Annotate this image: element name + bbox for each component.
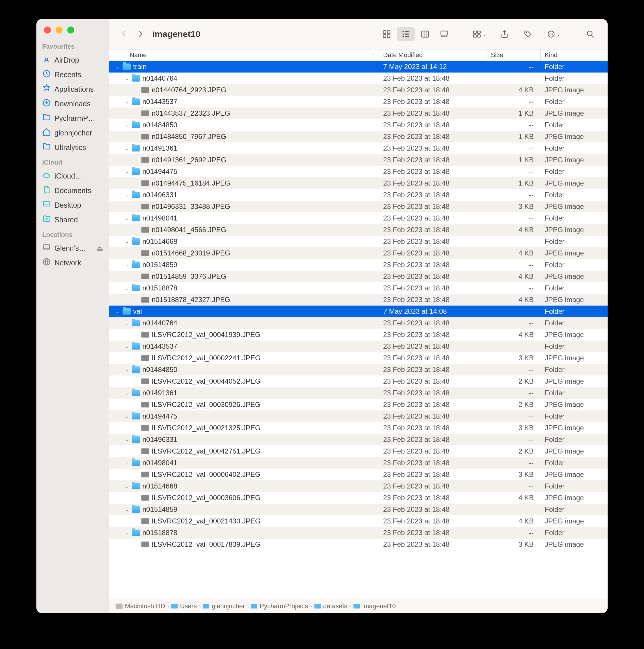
sidebar-item-recents[interactable]: Recents	[36, 67, 109, 82]
disclosure-icon[interactable]: ⌄	[124, 507, 130, 512]
file-row[interactable]: n01514859_3376.JPEG23 Feb 2023 at 18:484…	[109, 271, 608, 282]
share-button[interactable]	[496, 27, 514, 41]
file-row[interactable]: n01518878_42327.JPEG23 Feb 2023 at 18:48…	[109, 294, 608, 306]
file-row[interactable]: ⌄n0149804123 Feb 2023 at 18:48--Folder	[109, 457, 608, 469]
file-row[interactable]: n01491361_2692.JPEG23 Feb 2023 at 18:481…	[109, 154, 608, 166]
view-gallery-button[interactable]	[435, 27, 453, 41]
disclosure-icon[interactable]: ⌄	[124, 437, 130, 442]
file-row[interactable]: ⌄n0149804123 Feb 2023 at 18:48--Folder	[109, 212, 608, 224]
disclosure-icon[interactable]: ⌄	[124, 530, 130, 536]
disclosure-icon[interactable]: ⌄	[124, 76, 130, 81]
sidebar-item-network[interactable]: Network	[36, 255, 109, 270]
path-crumb[interactable]: imagenet10	[354, 602, 396, 610]
column-kind[interactable]: Kind	[541, 49, 608, 60]
sidebar-item-glennjocher[interactable]: glennjocher	[36, 126, 109, 140]
disclosure-icon[interactable]: ⌄	[124, 367, 130, 373]
actions-button[interactable]: ⌄	[542, 27, 564, 41]
path-crumb[interactable]: datasets	[314, 602, 347, 610]
file-row[interactable]: ⌄n0144076423 Feb 2023 at 18:48--Folder	[109, 317, 608, 329]
path-crumb[interactable]: Macintosh HD	[116, 602, 165, 610]
sidebar-item-airdrop[interactable]: AirDrop	[36, 53, 109, 67]
view-columns-button[interactable]	[416, 27, 434, 41]
sidebar-item-desktop[interactable]: Desktop	[36, 198, 109, 212]
file-row[interactable]: ⌄n0149447523 Feb 2023 at 18:48--Folder	[109, 410, 608, 422]
file-row[interactable]: ILSVRC2012_val_00021430.JPEG23 Feb 2023 …	[109, 515, 608, 527]
file-row[interactable]: ⌄n0151485923 Feb 2023 at 18:48--Folder	[109, 504, 608, 515]
disclosure-icon[interactable]: ⌄	[124, 414, 130, 419]
file-row[interactable]: ⌄val7 May 2023 at 14:08--Folder	[109, 306, 608, 317]
sidebar-item-applications[interactable]: Applications	[36, 82, 109, 96]
file-list[interactable]: ⌄train7 May 2023 at 14:12--Folder⌄n01440…	[109, 61, 608, 599]
disclosure-icon[interactable]: ⌄	[124, 216, 130, 221]
path-crumb[interactable]: PycharmProjects	[251, 602, 308, 610]
disclosure-icon[interactable]: ⌄	[124, 344, 130, 349]
file-row[interactable]: ILSVRC2012_val_00041939.JPEG23 Feb 2023 …	[109, 329, 608, 341]
path-crumb[interactable]: glennjocher	[203, 602, 245, 610]
file-row[interactable]: ⌄n0149136123 Feb 2023 at 18:48--Folder	[109, 142, 608, 154]
disclosure-icon[interactable]: ⌄	[124, 122, 130, 128]
sidebar-item-downloads[interactable]: Downloads	[36, 96, 109, 111]
file-row[interactable]: ⌄n0149633123 Feb 2023 at 18:48--Folder	[109, 434, 608, 445]
sidebar-item-documents[interactable]: Documents	[36, 183, 109, 198]
group-button[interactable]: ⌄	[468, 27, 490, 41]
file-row[interactable]: ⌄n0148485023 Feb 2023 at 18:48--Folder	[109, 364, 608, 376]
column-size[interactable]: Size	[487, 49, 541, 60]
tags-button[interactable]	[519, 27, 537, 41]
file-row[interactable]: ILSVRC2012_val_00003606.JPEG23 Feb 2023 …	[109, 492, 608, 504]
file-row[interactable]: ⌄n0144353723 Feb 2023 at 18:48--Folder	[109, 96, 608, 107]
file-row[interactable]: ⌄n0151466823 Feb 2023 at 18:48--Folder	[109, 236, 608, 247]
disclosure-icon[interactable]: ⌄	[124, 483, 130, 489]
file-row[interactable]: ILSVRC2012_val_00030926.JPEG23 Feb 2023 …	[109, 399, 608, 410]
file-row[interactable]: n01514668_23019.JPEG23 Feb 2023 at 18:48…	[109, 247, 608, 259]
file-row[interactable]: ⌄n0149136123 Feb 2023 at 18:48--Folder	[109, 387, 608, 399]
view-list-button[interactable]	[397, 27, 415, 41]
file-row[interactable]: ILSVRC2012_val_00042751.JPEG23 Feb 2023 …	[109, 445, 608, 457]
file-row[interactable]: ⌄n0144076423 Feb 2023 at 18:48--Folder	[109, 73, 608, 84]
disclosure-icon[interactable]: ⌄	[124, 99, 130, 104]
forward-button[interactable]	[134, 28, 147, 40]
file-row[interactable]: ⌄n0151466823 Feb 2023 at 18:48--Folder	[109, 480, 608, 492]
file-row[interactable]: ILSVRC2012_val_00006402.JPEG23 Feb 2023 …	[109, 469, 608, 480]
file-row[interactable]: n01440764_2923.JPEG23 Feb 2023 at 18:484…	[109, 84, 608, 96]
disclosure-icon[interactable]: ⌄	[124, 460, 130, 466]
zoom-button[interactable]	[67, 27, 74, 34]
file-row[interactable]: ILSVRC2012_val_00017839.JPEG23 Feb 2023 …	[109, 538, 608, 550]
disclosure-icon[interactable]: ⌄	[124, 320, 130, 326]
file-row[interactable]: n01496331_33488.JPEG23 Feb 2023 at 18:48…	[109, 201, 608, 212]
disclosure-icon[interactable]: ⌄	[124, 169, 130, 174]
file-row[interactable]: ⌄train7 May 2023 at 14:12--Folder	[109, 61, 608, 73]
file-row[interactable]: ⌄n0144353723 Feb 2023 at 18:48--Folder	[109, 341, 608, 352]
back-button[interactable]	[117, 28, 131, 40]
file-row[interactable]: ⌄n0148485023 Feb 2023 at 18:48--Folder	[109, 119, 608, 131]
file-row[interactable]: n01494475_16184.JPEG23 Feb 2023 at 18:48…	[109, 177, 608, 189]
file-row[interactable]: ILSVRC2012_val_00044052.JPEG23 Feb 2023 …	[109, 376, 608, 387]
sidebar-item-ultralytics[interactable]: Ultralytics	[36, 140, 109, 155]
column-name[interactable]: Name⌃	[109, 49, 379, 60]
disclosure-icon[interactable]: ⌄	[124, 192, 130, 198]
sidebar-item-icloud[interactable]: iCloud…	[36, 169, 109, 183]
search-button[interactable]	[582, 27, 599, 41]
sidebar-item-shared[interactable]: Shared	[36, 212, 109, 227]
column-date[interactable]: Date Modified	[379, 49, 487, 60]
disclosure-icon[interactable]: ⌄	[124, 239, 130, 245]
file-row[interactable]: ILSVRC2012_val_00002241.JPEG23 Feb 2023 …	[109, 352, 608, 364]
file-row[interactable]: ⌄n0151887823 Feb 2023 at 18:48--Folder	[109, 282, 608, 294]
view-icons-button[interactable]	[378, 27, 396, 41]
disclosure-icon[interactable]: ⌄	[124, 262, 130, 268]
disclosure-icon[interactable]: ⌄	[124, 146, 130, 151]
disclosure-icon[interactable]: ⌄	[124, 286, 130, 291]
eject-icon[interactable]: ⏏	[96, 244, 103, 253]
disclosure-icon[interactable]: ⌄	[114, 64, 120, 70]
sidebar-item-glenns[interactable]: Glenn's…⏏	[36, 241, 109, 255]
file-row[interactable]: ⌄n0151485923 Feb 2023 at 18:48--Folder	[109, 259, 608, 271]
sidebar-item-pycharmp[interactable]: PycharmP…	[36, 111, 109, 126]
file-row[interactable]: ILSVRC2012_val_00021325.JPEG23 Feb 2023 …	[109, 422, 608, 434]
file-row[interactable]: ⌄n0149447523 Feb 2023 at 18:48--Folder	[109, 166, 608, 177]
file-row[interactable]: n01498041_4566.JPEG23 Feb 2023 at 18:484…	[109, 224, 608, 236]
disclosure-icon[interactable]: ⌄	[124, 390, 130, 396]
file-row[interactable]: n01443537_22323.JPEG23 Feb 2023 at 18:48…	[109, 107, 608, 119]
disclosure-icon[interactable]: ⌄	[114, 309, 120, 314]
file-row[interactable]: ⌄n0149633123 Feb 2023 at 18:48--Folder	[109, 189, 608, 201]
path-crumb[interactable]: Users	[171, 602, 196, 610]
close-button[interactable]	[44, 27, 51, 34]
